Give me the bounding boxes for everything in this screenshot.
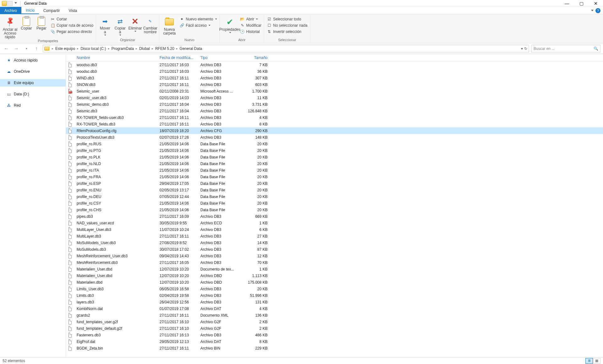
recent-dropdown[interactable]: ▾ <box>23 45 30 52</box>
file-row[interactable]: MultiLayer.db327/11/2017 16:11Archivo DB… <box>66 233 603 239</box>
col-size[interactable]: Tamaño <box>239 56 270 60</box>
copy-path-button[interactable]: 📋Copiar ruta de acceso <box>50 23 94 28</box>
file-row[interactable]: gcards227/11/2017 16:11Documento XML136 … <box>66 312 603 318</box>
cut-button[interactable]: ✂Cortar <box>50 16 94 22</box>
file-row[interactable]: profile_ro.CSY21/05/2019 14:06Data Base … <box>66 200 603 206</box>
new-item-button[interactable]: ✦Nuevo elemento <box>179 16 217 22</box>
file-row[interactable]: MoSuModels_User.db327/06/2019 8:52Archiv… <box>66 239 603 246</box>
dropdown-icon[interactable]: ▾ <box>521 46 523 51</box>
file-row[interactable]: MoSuModels.db330/07/2018 17:02Archivo DB… <box>66 246 603 253</box>
file-row[interactable]: NAD_values_user.ecd30/05/2019 9:55Archiv… <box>66 220 603 226</box>
history-button[interactable]: 🕑Historial <box>239 29 262 35</box>
up-button[interactable]: ↑ <box>33 45 40 52</box>
file-row[interactable]: MeshReinforcement.db327/11/2017 16:05Arc… <box>66 259 603 266</box>
select-none-button[interactable]: ☐No seleccionar nada <box>266 23 308 28</box>
file-row[interactable]: woodsc.db327/11/2017 16:03Archivo DB336 … <box>66 68 603 75</box>
col-date[interactable]: Fecha de modifica... <box>157 56 198 60</box>
rename-button[interactable]: ✎Cambiar nombre <box>143 16 157 34</box>
crumb[interactable]: Este equipo <box>55 46 76 51</box>
file-row[interactable]: Materialien_User.dbd12/07/2019 10:20Docu… <box>66 266 603 272</box>
crumb[interactable]: RFEM 5.20 <box>155 46 175 51</box>
close-button[interactable]: ✕ <box>589 0 603 7</box>
tab-archivo[interactable]: Archivo <box>0 7 21 14</box>
icons-view-button[interactable]: ▦ <box>593 358 600 364</box>
file-row[interactable]: profile_ro.ITA21/05/2019 14:06Data Base … <box>66 167 603 174</box>
new-folder-button[interactable]: Nueva carpeta <box>161 16 177 35</box>
file-row[interactable]: profile_ro.DEU07/05/2019 12:44Data Base … <box>66 193 603 200</box>
tab-compartir[interactable]: Compartir <box>39 7 64 14</box>
col-name[interactable]: Nombre <box>74 56 157 60</box>
search-input[interactable]: Buscar en ... 🔍 <box>531 45 600 52</box>
pin-to-quick-access-button[interactable]: 📌 Anclar al Acceso rápido <box>2 16 18 39</box>
file-row[interactable]: RfemProtocolConfig.cfg18/07/2019 18:20Ar… <box>66 127 603 134</box>
file-row[interactable]: MeshReinforcement_User.db309/04/2019 14:… <box>66 253 603 259</box>
file-row[interactable]: ProtocolTextsUser.db302/07/2019 17:26Arc… <box>66 134 603 141</box>
properties-button[interactable]: ✔Propiedades <box>222 16 238 33</box>
edit-button[interactable]: ✎Modificar <box>239 23 262 28</box>
help-icon[interactable]: ? <box>595 8 600 13</box>
easy-access-button[interactable]: 🔗Fácil acceso <box>179 23 217 28</box>
file-row[interactable]: profile_ro.ESP29/04/2019 17:05Data Base … <box>66 180 603 187</box>
sidebar-item-network[interactable]: 🖧Red <box>0 102 66 109</box>
crumb[interactable]: Disco local (C:) <box>80 46 106 51</box>
file-row[interactable]: profile_ro.FRA21/05/2019 14:06Data Base … <box>66 174 603 180</box>
file-row[interactable]: SNOW.db327/11/2017 16:11Archivo DB3603 K… <box>66 81 603 88</box>
file-row[interactable]: pipes.db327/11/2017 16:09Archivo DB3669 … <box>66 213 603 220</box>
paste-shortcut-button[interactable]: 📎Pegar acceso directo <box>50 29 94 35</box>
file-row[interactable]: profile_ro.NLD21/05/2019 14:06Data Base … <box>66 160 603 167</box>
file-row[interactable]: profile_ro.ENU02/05/2019 13:17Data Base … <box>66 187 603 193</box>
sidebar-item-this-pc[interactable]: 🖥Este equipo <box>0 79 66 87</box>
ribbon-minimize-icon[interactable] <box>591 10 594 11</box>
file-row[interactable]: woodso.db327/11/2017 16:03Archivo DB37 K… <box>66 62 603 68</box>
file-row[interactable]: profile_ro.PLK21/05/2019 14:06Data Base … <box>66 154 603 160</box>
paste-button[interactable]: Pegar <box>35 16 48 30</box>
file-row[interactable]: Materialien.dbd12/07/2019 10:20Archivo D… <box>66 279 603 286</box>
file-row[interactable]: fund_templates_default.g2f27/11/2017 16:… <box>66 325 603 332</box>
delete-button[interactable]: ✕Eliminar <box>128 16 142 32</box>
file-row[interactable]: Limits.db302/04/2019 19:58Archivo DB351.… <box>66 292 603 299</box>
open-button[interactable]: 📂Abrir <box>239 16 262 22</box>
file-row[interactable]: Seismic_user02/11/2008 23:31Microsoft Ac… <box>66 88 603 94</box>
sidebar-item-onedrive[interactable]: ☁OneDrive <box>0 68 66 75</box>
maximize-button[interactable]: ▢ <box>574 0 589 7</box>
file-row[interactable]: EigProf.dat29/05/2019 12:13Archivo DAT8 … <box>66 338 603 345</box>
move-to-button[interactable]: ➡Mover a <box>98 16 112 36</box>
invert-selection-button[interactable]: ⇅Invertir selección <box>266 29 308 35</box>
file-row[interactable]: WIND.db327/11/2017 16:11Archivo DB3307 K… <box>66 75 603 81</box>
file-row[interactable]: Seismic.db327/11/2017 16:04Archivo DB312… <box>66 108 603 114</box>
minimize-button[interactable]: ― <box>560 0 574 7</box>
refresh-icon[interactable]: ↻ <box>524 46 527 51</box>
select-all-button[interactable]: ☑Seleccionar todo <box>266 16 308 22</box>
file-row[interactable]: KombiNorm.dat01/07/2019 17:08Archivo DAT… <box>66 305 603 312</box>
file-row[interactable]: Materialien_User.dbd12/07/2019 10:20Arch… <box>66 272 603 279</box>
file-row[interactable]: layers.db326/04/2019 12:56Archivo DB3131… <box>66 299 603 305</box>
tab-vista[interactable]: Vista <box>64 7 81 14</box>
crumb[interactable]: ProgramData <box>111 46 134 51</box>
crumb[interactable]: Dlubal <box>139 46 150 51</box>
tab-inicio[interactable]: Inicio <box>21 7 39 14</box>
file-row[interactable]: profile_ro.RUS21/05/2019 14:06Data Base … <box>66 141 603 147</box>
col-type[interactable]: Tipo <box>198 56 239 60</box>
file-row[interactable]: MultiLayer_User.db311/07/2019 10:24Archi… <box>66 226 603 233</box>
qat-item-icon[interactable] <box>8 1 13 6</box>
details-view-button[interactable]: ≣ <box>585 358 593 364</box>
sidebar-item-quick-access[interactable]: ★Acceso rápido <box>0 56 66 64</box>
breadcrumb[interactable]: ▸ Este equipo▸ Disco local (C:)▸ Program… <box>43 45 529 52</box>
file-row[interactable]: profile_ro.PTG21/05/2019 14:06Data Base … <box>66 147 603 154</box>
file-row[interactable]: Limits_User.db306/05/2019 16:58Archivo D… <box>66 286 603 292</box>
back-button[interactable]: ← <box>3 45 10 52</box>
chevron-down-icon[interactable] <box>14 2 17 5</box>
forward-button[interactable]: → <box>13 45 20 52</box>
file-row[interactable]: profile_ro.CHS21/05/2019 14:06Data Base … <box>66 206 603 213</box>
file-row[interactable]: BGDK_Zeta.bin27/11/2017 16:11Archivo BIN… <box>66 345 603 351</box>
file-row[interactable]: RX-TOWER_fields.db327/11/2017 16:11Archi… <box>66 121 603 127</box>
copy-button[interactable]: Copiar <box>19 16 33 30</box>
file-row[interactable]: Seismic_user.db302/01/2019 14:03Archivo … <box>66 94 603 101</box>
copy-to-button[interactable]: ⇄Copiar a <box>113 16 127 36</box>
file-row[interactable]: Fasteners.db327/11/2017 16:13Archivo DB3… <box>66 332 603 338</box>
crumb[interactable]: General Data <box>179 46 203 51</box>
file-row[interactable]: Seismic_demo.db327/11/2017 16:04Archivo … <box>66 101 603 108</box>
file-row[interactable]: RX-TOWER_fields-user.db327/11/2017 16:11… <box>66 114 603 121</box>
sidebar-item-drive-d[interactable]: 🖴Data (D:) <box>0 90 66 98</box>
chevron-right-icon[interactable]: ▸ <box>51 47 55 50</box>
